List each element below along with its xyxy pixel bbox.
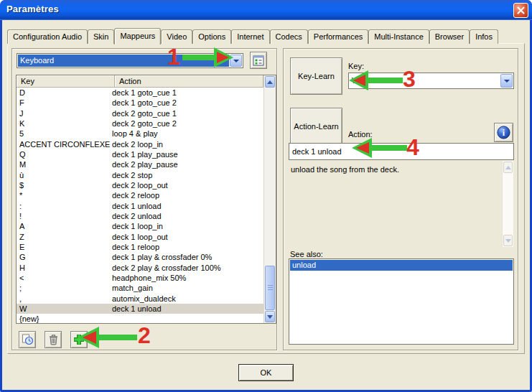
table-row[interactable]: F deck 1 goto_cue 2 — [17, 98, 263, 108]
table-row[interactable]: A deck 1 loop_in — [17, 221, 263, 231]
table-row[interactable]: < headphone_mix 50% — [17, 273, 263, 283]
arrow-up-icon — [505, 163, 511, 169]
table-row[interactable]: * deck 2 reloop — [17, 190, 263, 200]
tab[interactable]: Internet — [231, 29, 269, 44]
action-description: unload the song from the deck. — [291, 165, 499, 174]
learn-panel: Key-Learn Key: W Action-Learn Action: — [283, 48, 518, 350]
close-button[interactable] — [513, 3, 528, 18]
tab[interactable]: Configuration Audio — [7, 29, 88, 44]
table-row[interactable]: J deck 2 goto_cue 1 — [17, 108, 263, 118]
tab[interactable]: Browser — [429, 29, 470, 44]
tab[interactable]: Video — [161, 29, 192, 44]
window-title: Paramètres — [6, 4, 59, 14]
tab[interactable]: Skin — [88, 29, 114, 44]
annotation-arrow-2 — [75, 324, 137, 351]
reset-icon — [22, 334, 34, 345]
table-row[interactable]: G deck 1 play & crossfader 0% — [17, 252, 263, 262]
table-scrollbar[interactable] — [263, 75, 276, 323]
mapping-rows: D deck 1 goto_cue 1 F deck 1 goto_cue 2 … — [17, 88, 263, 323]
table-row[interactable]: E deck 1 reloop — [17, 242, 263, 252]
table-row[interactable]: 5 loop 4 & play — [17, 129, 263, 139]
annotation-number-3: 3 — [403, 67, 416, 91]
table-row[interactable]: Q deck 1 play_pause — [17, 149, 263, 159]
see-also-label: See also: — [290, 250, 323, 258]
tab[interactable]: Codecs — [270, 29, 308, 44]
see-also-list[interactable]: unload — [289, 258, 514, 345]
tab[interactable]: Mappeurs — [114, 28, 161, 45]
annotation-arrow-3 — [347, 68, 403, 93]
delete-mapping-button[interactable] — [45, 331, 62, 348]
action-learn-button[interactable]: Action-Learn — [290, 108, 342, 145]
scroll-up-button[interactable] — [265, 76, 275, 88]
annotation-arrow-1 — [182, 45, 235, 70]
key-learn-button[interactable]: Key-Learn — [290, 57, 342, 95]
table-row[interactable]: ù deck 2 stop — [17, 170, 263, 180]
titlebar[interactable]: Paramètres — [0, 0, 532, 20]
mapper-panel: Keyboard — [11, 48, 277, 350]
reset-mapping-button[interactable] — [19, 331, 36, 348]
table-row[interactable]: , automix_dualdeck — [17, 294, 263, 304]
info-icon: i — [497, 126, 510, 139]
ok-button[interactable]: OK — [238, 364, 294, 381]
scroll-down-button[interactable] — [503, 235, 513, 246]
info-button[interactable]: i — [494, 123, 513, 142]
scroll-down-button[interactable] — [265, 311, 275, 322]
table-row[interactable]: Z deck 1 loop_out — [17, 232, 263, 242]
description-scrollbar[interactable] — [502, 161, 513, 247]
tab-page-mappeurs: Keyboard — [7, 43, 525, 354]
tab-bar: Configuration Audio Skin Mappeurs Video … — [7, 27, 498, 44]
annotation-number-1: 1 — [167, 45, 180, 69]
see-also-item[interactable]: unload — [290, 260, 513, 271]
properties-icon — [253, 55, 264, 66]
table-row[interactable]: K deck 2 goto_cue 2 — [17, 118, 263, 129]
table-row[interactable]: : deck 1 unload — [17, 201, 263, 211]
trash-icon — [48, 334, 59, 345]
column-header-action[interactable]: Action — [115, 75, 263, 88]
scroll-up-button[interactable] — [503, 162, 513, 173]
mapper-properties-button[interactable] — [250, 52, 267, 69]
table-row[interactable]: H deck 2 play & crossfader 100% — [17, 263, 263, 273]
annotation-number-2: 2 — [138, 323, 151, 347]
tab[interactable]: Options — [192, 29, 231, 44]
table-row[interactable]: W deck 1 unload — [17, 304, 263, 314]
grip-icon — [268, 285, 273, 291]
annotation-arrow-4 — [350, 136, 407, 160]
table-row[interactable]: $ deck 2 loop_out — [17, 180, 263, 190]
table-row[interactable]: ; match_gain — [17, 283, 263, 293]
table-header: Key Action — [17, 75, 263, 88]
tab[interactable]: Performances — [308, 29, 368, 44]
table-row[interactable]: D deck 1 goto_cue 1 — [17, 88, 263, 98]
table-row[interactable]: ACCENT CIRCONFLEXE deck 2 loop_in — [17, 139, 263, 149]
settings-window: Paramètres Configuration Audio Skin Mapp… — [0, 0, 532, 392]
chevron-down-icon — [504, 80, 510, 83]
table-row[interactable]: ! deck 2 unload — [17, 211, 263, 221]
arrow-down-icon — [267, 315, 273, 322]
tab[interactable]: Infos — [470, 29, 498, 44]
mapping-table: Key Action D deck 1 goto_cue 1 F — [16, 75, 276, 324]
key-dropdown-button[interactable] — [500, 74, 513, 88]
arrow-up-icon — [267, 78, 273, 84]
annotation-number-4: 4 — [406, 135, 419, 159]
close-icon — [517, 6, 525, 14]
column-header-key[interactable]: Key — [17, 75, 115, 88]
scrollbar-thumb[interactable] — [265, 266, 275, 310]
tab[interactable]: Multi-Instance — [368, 29, 429, 44]
table-row[interactable]: M deck 2 play_pause — [17, 159, 263, 169]
arrow-down-icon — [505, 239, 511, 246]
